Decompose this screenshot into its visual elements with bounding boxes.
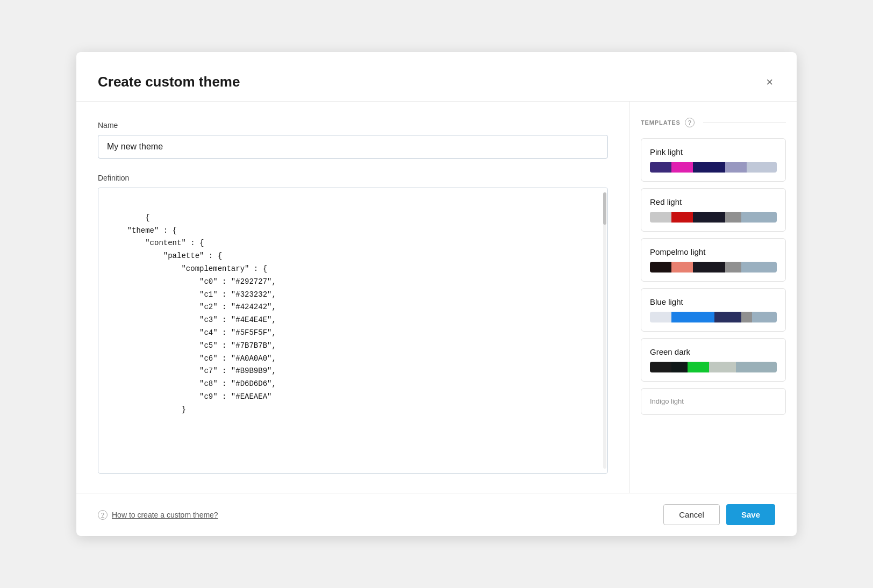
swatch-2: [671, 312, 714, 322]
swatch-3: [688, 362, 709, 372]
footer-buttons: Cancel Save: [663, 504, 775, 525]
swatch-1: [650, 212, 671, 223]
templates-help-icon[interactable]: ?: [685, 118, 695, 127]
footer-help-icon: ?: [98, 510, 108, 520]
swatch-1: [650, 312, 671, 322]
templates-header: TEMPLATES ?: [641, 118, 786, 127]
template-green-dark-swatches: [650, 362, 777, 372]
dialog-body: Name Definition { "theme" : { "content" …: [76, 102, 797, 493]
template-pompelmo-light-swatches: [650, 262, 777, 273]
definition-area[interactable]: { "theme" : { "content" : { "palette" : …: [98, 188, 608, 474]
save-button[interactable]: Save: [726, 504, 775, 525]
swatch-5: [747, 162, 777, 173]
template-indigo-light-name: Indigo light: [650, 397, 777, 405]
definition-label: Definition: [98, 174, 608, 182]
swatch-2: [671, 362, 688, 372]
swatch-1: [650, 362, 671, 372]
template-indigo-light[interactable]: Indigo light: [641, 388, 786, 415]
swatch-3: [693, 262, 725, 273]
template-red-light-name: Red light: [650, 197, 777, 206]
right-panel: TEMPLATES ? Pink light Red light: [630, 102, 797, 493]
swatch-5: [741, 212, 777, 223]
swatch-2: [671, 262, 693, 273]
swatch-5: [752, 312, 777, 322]
swatch-2: [671, 162, 693, 173]
templates-label: TEMPLATES: [641, 119, 681, 126]
swatch-5: [741, 262, 777, 273]
help-link[interactable]: ? How to create a custom theme?: [98, 510, 218, 520]
help-link-text: How to create a custom theme?: [112, 511, 218, 519]
swatch-4: [741, 312, 752, 322]
create-theme-dialog: Create custom theme × Name Definition { …: [76, 52, 797, 536]
template-pink-light[interactable]: Pink light: [641, 138, 786, 182]
template-pompelmo-light[interactable]: Pompelmo light: [641, 238, 786, 282]
swatch-5: [736, 362, 777, 372]
template-blue-light[interactable]: Blue light: [641, 288, 786, 332]
swatch-4: [725, 212, 741, 223]
name-label: Name: [98, 121, 608, 130]
swatch-4: [725, 262, 741, 273]
template-pompelmo-light-name: Pompelmo light: [650, 247, 777, 256]
swatch-1: [650, 262, 671, 273]
cancel-button[interactable]: Cancel: [663, 504, 720, 525]
scrollbar-track: [603, 192, 606, 469]
swatch-4: [725, 162, 747, 173]
swatch-4: [709, 362, 736, 372]
swatch-3: [693, 162, 725, 173]
swatch-1: [650, 162, 671, 173]
left-panel: Name Definition { "theme" : { "content" …: [76, 102, 630, 493]
template-red-light[interactable]: Red light: [641, 188, 786, 232]
swatch-2: [671, 212, 693, 223]
template-blue-light-swatches: [650, 312, 777, 322]
template-green-dark-name: Green dark: [650, 347, 777, 356]
swatch-3: [693, 212, 725, 223]
templates-divider: [703, 123, 786, 123]
dialog-header: Create custom theme ×: [76, 74, 797, 102]
name-input[interactable]: [98, 135, 608, 159]
definition-text: { "theme" : { "content" : { "palette" : …: [109, 213, 276, 414]
template-blue-light-name: Blue light: [650, 297, 777, 306]
template-green-dark[interactable]: Green dark: [641, 338, 786, 382]
swatch-3: [714, 312, 741, 322]
dialog-footer: ? How to create a custom theme? Cancel S…: [76, 493, 797, 536]
template-pink-light-name: Pink light: [650, 147, 777, 156]
close-button[interactable]: ×: [764, 74, 775, 90]
dialog-title: Create custom theme: [98, 74, 240, 90]
scrollbar-thumb[interactable]: [603, 192, 606, 225]
template-red-light-swatches: [650, 212, 777, 223]
template-pink-light-swatches: [650, 162, 777, 173]
